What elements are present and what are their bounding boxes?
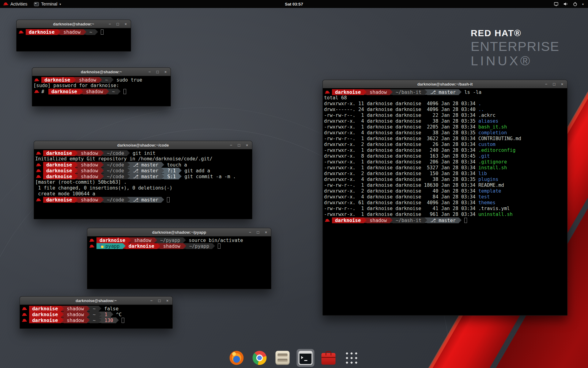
- dock-item-toolbox[interactable]: [320, 349, 337, 367]
- terminal-prompt-line: darknoiseshadow~/bash-it⎇ master: [324, 217, 566, 223]
- redhat-prompt-icon: [325, 218, 330, 223]
- dock-item-show-apps[interactable]: [343, 349, 360, 367]
- redhat-prompt-icon: [36, 151, 41, 155]
- powerline-arrow: [212, 243, 215, 249]
- terminal-cursor: [122, 318, 124, 323]
- window-buttons: −□×: [229, 141, 252, 149]
- close-button[interactable]: ×: [245, 141, 249, 149]
- terminal-body[interactable]: darknoiseshadow~falsedarknoiseshadow~1^C…: [20, 305, 172, 328]
- terminal-output-line: [sudo] password for darknoise:: [33, 83, 169, 89]
- powerline-arrow: [99, 317, 101, 323]
- window-titlebar[interactable]: darknoise@shadow:~ −□×: [20, 297, 172, 305]
- terminal-prompt-line: # darknoiseshadow~: [33, 89, 169, 94]
- clock[interactable]: Sat 03:57: [285, 2, 303, 6]
- terminal-body[interactable]: darknoiseshadow~/bash-it⎇ masterls -lato…: [323, 88, 567, 315]
- window-titlebar[interactable]: darknoise@shadow:~ −□×: [17, 20, 131, 28]
- system-status-area[interactable]: ▾: [549, 0, 588, 8]
- dock-item-chrome[interactable]: [251, 349, 269, 367]
- command-text: ls -la: [462, 89, 481, 95]
- prompt-segment-git: ⎇ master: [427, 89, 459, 95]
- powerline-arrow: [87, 306, 90, 311]
- redhat-prompt-icon: [34, 90, 39, 94]
- terminal-prompt-line: darknoiseshadow~/code⎇ mastertouch a: [35, 162, 251, 168]
- terminal-body[interactable]: darknoiseshadow~: [17, 28, 131, 51]
- powerline-arrow: [157, 243, 160, 249]
- file-name: uninstall.sh: [478, 212, 513, 217]
- close-button[interactable]: ×: [264, 228, 268, 236]
- powerline-arrow: [99, 77, 102, 82]
- file-name: .travis.yml: [478, 206, 510, 211]
- volume-icon: [563, 2, 568, 6]
- file-name: CONTRIBUTING.md: [478, 136, 521, 141]
- window-titlebar[interactable]: darknoise@shadow:~/pyapp −□×: [87, 228, 271, 236]
- close-button[interactable]: ×: [165, 297, 170, 305]
- file-name: template: [478, 188, 501, 194]
- terminal-output-line: drwxrwxr-x. 2 darknoise darknoise 150 Ja…: [324, 171, 566, 177]
- file-manager-icon: [276, 351, 290, 365]
- prompt-segment-git: ⎇ master: [130, 168, 161, 174]
- terminal-body[interactable]: darknoiseshadow~sudo true[sudo] password…: [32, 76, 171, 106]
- maximize-button[interactable]: □: [115, 20, 120, 28]
- maximize-button[interactable]: □: [552, 80, 556, 88]
- close-button[interactable]: ×: [123, 20, 128, 28]
- prompt-segment-stat: ?:1: [164, 168, 179, 174]
- minimize-button[interactable]: −: [147, 68, 152, 76]
- terminal-prompt-line: darknoiseshadow~: [18, 29, 130, 35]
- powerline-arrow: [111, 312, 113, 317]
- prompt-segment-exit: 1: [101, 312, 110, 317]
- command-text: git commit -a -m .: [182, 174, 236, 179]
- prompt-segment-path: ~/code: [104, 197, 127, 203]
- terminal-output-line: drwxrwxr-x. 4 darknoise darknoise 38 Jan…: [324, 130, 566, 136]
- prompt-segment-git: ⎇ master: [130, 162, 161, 168]
- file-name: .gitignore: [478, 159, 507, 165]
- powerline-arrow: [127, 197, 130, 202]
- terminal-output-line: -rwxrwxr-x. 1 darknoise darknoise 961 Ja…: [324, 212, 566, 217]
- app-menu-terminal[interactable]: Terminal ▾: [31, 0, 64, 8]
- powerline-arrow: [101, 162, 104, 167]
- terminal-prompt-line: darknoiseshadow~/code⎇ master?:1git add …: [35, 168, 251, 174]
- terminal-window-pyapp: darknoise@shadow:~/pyapp −□× darknoisesh…: [87, 228, 271, 289]
- minimize-button[interactable]: −: [544, 80, 548, 88]
- file-name: README.md: [478, 182, 504, 188]
- terminal-body[interactable]: darknoiseshadow~/pyappsource bin/activat…: [87, 236, 271, 289]
- dock-item-terminal[interactable]: [297, 349, 315, 367]
- redhat-icon: [3, 2, 8, 6]
- terminal-prompt-line: darknoiseshadow~sudo true: [33, 77, 169, 83]
- close-button[interactable]: ×: [163, 68, 168, 76]
- activities-button[interactable]: Activities: [0, 0, 31, 8]
- close-button[interactable]: ×: [560, 80, 564, 88]
- maximize-button[interactable]: □: [157, 297, 162, 305]
- prompt-segment-host: shadow: [78, 197, 101, 203]
- maximize-button[interactable]: □: [256, 228, 260, 236]
- window-titlebar[interactable]: darknoise@shadow:~/code −□×: [34, 141, 252, 149]
- window-titlebar[interactable]: darknoise@shadow:~/bash-it −□×: [323, 80, 567, 88]
- powerline-arrow: [390, 217, 393, 223]
- prompt-segment-git: ⎇ master: [427, 217, 459, 223]
- maximize-button[interactable]: □: [237, 141, 241, 149]
- window-titlebar[interactable]: darknoise@shadow:~ −□×: [32, 68, 171, 76]
- powerline-arrow: [75, 150, 78, 156]
- terminal-output-line: drwxrwxr-x. 4 darknoise darknoise 38 Jan…: [324, 177, 566, 182]
- minimize-button[interactable]: −: [248, 228, 252, 236]
- dock-item-firefox[interactable]: [228, 349, 246, 367]
- window-buttons: −□×: [544, 80, 567, 88]
- terminal-body[interactable]: darknoiseshadow~/codegit initInitialized…: [34, 149, 252, 219]
- powerline-arrow: [179, 174, 182, 179]
- prompt-segment-path: ~/code: [104, 162, 127, 168]
- chrome-icon: [253, 351, 267, 365]
- terminal-window-home-sudo: darknoise@shadow:~ −□× darknoiseshadow~s…: [32, 67, 171, 106]
- brand-line-enterprise: ENTERPRISE: [471, 39, 560, 53]
- powerline-arrow: [161, 168, 164, 173]
- minimize-button[interactable]: −: [149, 297, 154, 305]
- powerline-arrow: [183, 243, 186, 249]
- prompt-segment-host: shadow: [78, 168, 101, 174]
- file-name: .: [478, 101, 481, 106]
- maximize-button[interactable]: □: [155, 68, 160, 76]
- prompt-segment-host: shadow: [64, 312, 87, 317]
- prompt-segment-user: darknoise: [126, 243, 157, 249]
- minimize-button[interactable]: −: [107, 20, 112, 28]
- powerline-arrow: [123, 243, 126, 249]
- chevron-down-icon: ▾: [582, 2, 584, 6]
- minimize-button[interactable]: −: [229, 141, 233, 149]
- dock-item-files[interactable]: [274, 349, 292, 367]
